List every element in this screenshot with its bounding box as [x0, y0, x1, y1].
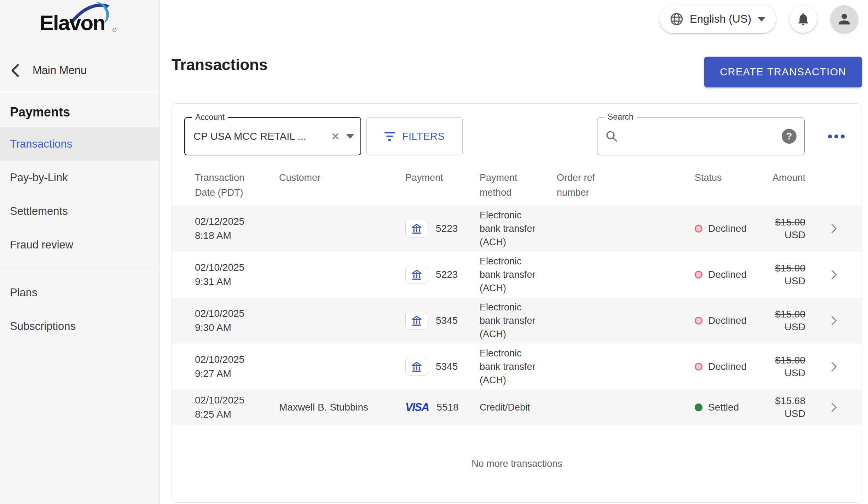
column-header-order-ref: Order ref number — [557, 170, 606, 200]
sidebar-item-label: Transactions — [10, 138, 72, 150]
payment-cell: 5223 — [405, 266, 480, 284]
status-dot — [695, 403, 702, 411]
notifications-button[interactable] — [789, 5, 817, 33]
status-label: Settled — [708, 400, 739, 414]
payment-cell: VISA 5518 — [405, 400, 480, 414]
help-icon[interactable]: ? — [782, 129, 797, 144]
sidebar-item-label: Settlements — [10, 205, 68, 218]
status-label: Declined — [708, 360, 747, 374]
status-label: Declined — [708, 268, 747, 282]
filters-button-label: FILTERS — [402, 131, 445, 142]
status-cell: Declined — [695, 268, 767, 282]
payment-method: Credit/Debit — [480, 401, 543, 414]
payment-last4: 5518 — [436, 400, 458, 414]
amount: $15.00 USD — [767, 216, 809, 241]
amount: $15.00 USD — [767, 308, 809, 333]
column-header-payment: Payment — [405, 170, 480, 185]
chevron-right-icon[interactable] — [809, 362, 862, 372]
account-value: CP USA MCC RETAIL ... — [193, 131, 325, 142]
user-avatar-button[interactable] — [831, 5, 858, 33]
search-field[interactable]: Search ? — [597, 117, 805, 155]
amount: $15.00 USD — [767, 354, 809, 379]
status-label: Declined — [708, 314, 747, 328]
payment-last4: 5345 — [436, 314, 458, 328]
chevron-down-icon — [758, 17, 765, 22]
filter-bar: Account CP USA MCC RETAIL ... ✕ FILTERS … — [184, 117, 850, 155]
column-header-amount: Amount — [767, 170, 809, 185]
bank-icon — [405, 358, 428, 376]
payment-last4: 5223 — [436, 222, 458, 236]
payment-cell: 5345 — [405, 312, 480, 330]
bell-icon — [796, 12, 811, 27]
amount: $15.68 USD — [767, 395, 809, 420]
table-row[interactable]: 02/10/20259:27 AM 5345 Electronic bank t… — [172, 344, 862, 390]
filter-icon — [384, 132, 395, 141]
transaction-rows: 02/12/20258:18 AM 5223 Electronic bank t… — [172, 206, 862, 425]
customer-name: Maxwell B. Stubbins — [279, 400, 405, 414]
spacer — [463, 117, 597, 155]
column-header-status: Status — [695, 170, 767, 185]
status-dot — [695, 225, 702, 233]
sidebar-item-subscriptions[interactable]: Subscriptions — [0, 309, 160, 343]
table-header: Transaction Date (PDT) Customer Payment … — [172, 170, 862, 206]
table-row[interactable]: 02/10/20259:31 AM 5223 Electronic bank t… — [172, 252, 862, 298]
create-transaction-button[interactable]: CREATE TRANSACTION — [704, 57, 862, 87]
sidebar-item-label: Pay-by-Link — [10, 171, 68, 184]
person-icon — [836, 11, 852, 27]
search-icon — [605, 130, 618, 143]
chevron-right-icon[interactable] — [809, 402, 862, 412]
column-header-payment-method: Payment method — [480, 170, 529, 200]
table-row[interactable]: 02/12/20258:18 AM 5223 Electronic bank t… — [172, 206, 862, 252]
amount: $15.00 USD — [767, 262, 809, 287]
sidebar-item-label: Fraud review — [10, 239, 73, 251]
account-select[interactable]: Account CP USA MCC RETAIL ... ✕ — [184, 117, 361, 155]
transactions-card: Account CP USA MCC RETAIL ... ✕ FILTERS … — [172, 103, 862, 503]
search-input[interactable] — [623, 131, 777, 142]
bank-icon — [405, 266, 428, 284]
transaction-date: 02/10/20259:31 AM — [195, 260, 279, 289]
globe-icon — [670, 12, 683, 26]
dot — [828, 134, 832, 138]
column-header-customer: Customer — [279, 170, 405, 185]
transaction-date: 02/10/20258:25 AM — [195, 393, 279, 422]
language-label: English (US) — [690, 13, 751, 25]
back-label: Main Menu — [33, 64, 87, 77]
more-options-button[interactable] — [823, 130, 850, 143]
transaction-date: 02/12/20258:18 AM — [195, 214, 279, 243]
sidebar-item-fraud-review[interactable]: Fraud review — [0, 228, 160, 262]
status-cell: Declined — [695, 222, 767, 236]
chevron-right-icon[interactable] — [809, 224, 862, 234]
page-title: Transactions — [172, 56, 267, 74]
status-cell: Declined — [695, 314, 767, 328]
filters-button[interactable]: FILTERS — [366, 117, 463, 155]
sidebar-section-title: Payments — [10, 105, 70, 120]
elavon-logo: Elavon ® — [40, 1, 125, 35]
search-label: Search — [604, 112, 637, 122]
chevron-right-icon[interactable] — [809, 270, 862, 280]
clear-icon[interactable]: ✕ — [329, 130, 342, 143]
chevron-right-icon[interactable] — [809, 316, 862, 326]
transaction-date: 02/10/20259:30 AM — [195, 307, 279, 335]
dot — [841, 134, 845, 138]
payment-method: Electronic bank transfer (ACH) — [480, 208, 543, 249]
table-row[interactable]: 02/10/20258:25 AM Maxwell B. Stubbins VI… — [172, 390, 862, 425]
sidebar-item-transactions[interactable]: Transactions — [0, 127, 160, 161]
language-selector[interactable]: English (US) — [659, 5, 776, 33]
table-row[interactable]: 02/10/20259:30 AM 5345 Electronic bank t… — [172, 298, 862, 344]
topbar: English (US) — [659, 5, 858, 33]
chevron-down-icon[interactable] — [346, 134, 354, 139]
column-header-transaction-date: Transaction Date (PDT) — [195, 170, 259, 200]
logo-text: Elavon — [40, 11, 105, 35]
visa-icon: VISA — [405, 400, 429, 414]
bank-icon — [405, 312, 428, 330]
status-dot — [695, 317, 702, 325]
sidebar-item-label: Plans — [10, 286, 37, 299]
back-to-main-menu[interactable]: Main Menu — [0, 58, 160, 83]
sidebar-item-plans[interactable]: Plans — [0, 276, 160, 309]
payment-method: Electronic bank transfer (ACH) — [480, 346, 543, 387]
payment-last4: 5345 — [436, 360, 458, 374]
transaction-date: 02/10/20259:27 AM — [195, 353, 279, 381]
sidebar-item-pay-by-link[interactable]: Pay-by-Link — [0, 161, 160, 194]
payment-cell: 5223 — [405, 220, 480, 237]
sidebar-item-settlements[interactable]: Settlements — [0, 194, 160, 228]
